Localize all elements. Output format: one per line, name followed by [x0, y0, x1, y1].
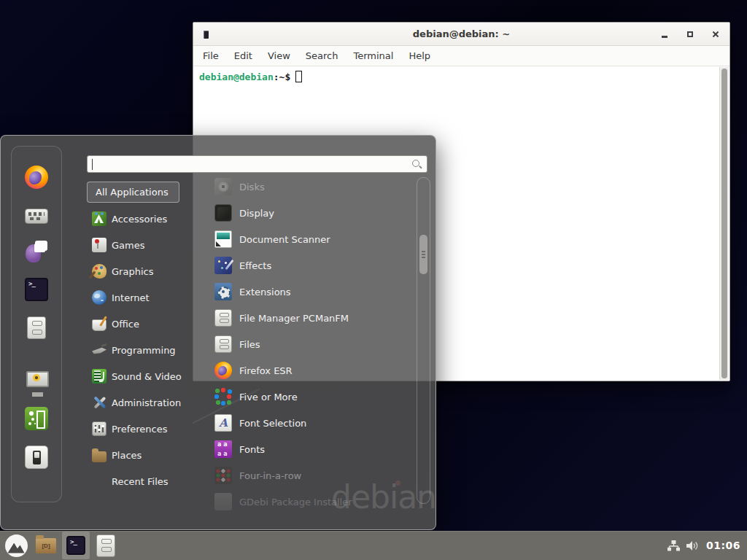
application-item[interactable]: GDebi Package Installer	[207, 489, 416, 515]
log-out-button[interactable]	[25, 407, 48, 430]
games-icon	[92, 238, 107, 252]
system-tray: 01:06	[667, 540, 747, 551]
application-item[interactable]: Disks	[207, 174, 416, 200]
terminal-menubar: FileEditViewSearchTerminalHelp	[193, 46, 729, 66]
programming-icon	[92, 343, 107, 357]
all-applications-button[interactable]: All Applications	[87, 182, 179, 203]
firefox-esr-icon	[214, 362, 232, 379]
app-list-scrollbar-thumb[interactable]	[419, 235, 427, 274]
application-item[interactable]: Four-in-a-row	[207, 462, 416, 489]
application-item[interactable]: Firefox ESR	[207, 357, 416, 384]
terminal-icon	[66, 536, 85, 555]
application-item[interactable]: Extensions	[207, 279, 416, 305]
category-item[interactable]: Internet	[87, 284, 205, 311]
menubar-item[interactable]: Edit	[234, 50, 252, 61]
application-item[interactable]: File Manager PCManFM	[207, 305, 416, 331]
volume-icon[interactable]	[686, 540, 700, 551]
document-scanner-icon	[214, 230, 232, 248]
category-item[interactable]: Preferences	[87, 416, 205, 442]
category-item[interactable]: Administration	[87, 389, 205, 416]
category-item[interactable]: Office	[87, 311, 205, 337]
extensions-icon	[214, 283, 232, 300]
search-input[interactable]	[88, 156, 427, 172]
application-item[interactable]: Five or More	[207, 384, 416, 410]
terminal-title: debian@debian: ~	[193, 28, 729, 39]
close-icon	[712, 31, 719, 38]
favorite-file-manager[interactable]	[27, 316, 46, 339]
fonts-icon	[214, 440, 232, 458]
gdebi-icon	[214, 493, 232, 510]
desktop: debian debian@debian: ~ FileEditViewSear…	[0, 0, 747, 560]
category-item[interactable]: Graphics	[87, 258, 205, 284]
session-buttons	[25, 368, 48, 469]
menubar-item[interactable]: Terminal	[353, 50, 393, 61]
search-box	[87, 155, 427, 173]
display-icon	[214, 204, 232, 222]
favorites-panel	[11, 146, 62, 502]
administration-icon	[92, 395, 107, 410]
menubar-item[interactable]: Help	[409, 50, 430, 61]
application-item[interactable]: Display	[207, 200, 416, 226]
menubar-item[interactable]: View	[268, 50, 290, 61]
application-menu: All Applications Accessories Games Graph…	[0, 135, 436, 530]
pidgin-icon	[25, 239, 48, 262]
application-item[interactable]: Files	[207, 331, 416, 357]
files-icon	[214, 335, 232, 353]
five-or-more-icon	[214, 388, 232, 405]
file-manager-pcmanfm-icon	[214, 309, 232, 327]
application-item[interactable]: Document Scanner	[207, 226, 416, 252]
terminal-titlebar[interactable]: debian@debian: ~	[193, 23, 729, 46]
minimize-icon	[662, 36, 667, 38]
disks-icon	[214, 178, 232, 195]
keyboard-icon	[25, 209, 48, 224]
category-item[interactable]: Sound & Video	[87, 363, 205, 389]
office-icon	[92, 319, 107, 331]
clock[interactable]: 01:06	[706, 540, 740, 551]
all-applications-label: All Applications	[96, 187, 169, 198]
shut-down-button[interactable]	[25, 446, 48, 469]
preferences-icon	[92, 421, 107, 436]
places-icon	[92, 451, 107, 462]
effects-icon	[214, 257, 232, 274]
favorite-keyboard[interactable]	[25, 204, 48, 224]
search-icon	[412, 160, 422, 169]
category-item[interactable]: Accessories	[87, 206, 205, 232]
terminal-icon	[25, 278, 48, 301]
application-item[interactable]: Fonts	[207, 436, 416, 462]
app-list-scrollbar[interactable]	[417, 177, 430, 504]
files-launcher[interactable]	[92, 532, 120, 559]
prompt-user-host: debian@debian	[199, 71, 274, 82]
maximize-icon	[687, 31, 693, 37]
minimize-button[interactable]	[659, 29, 670, 39]
favorite-pidgin[interactable]	[25, 239, 48, 262]
menubar-item[interactable]: Search	[306, 50, 338, 61]
sound-video-icon	[92, 369, 107, 384]
terminal-window-icon	[204, 31, 209, 39]
four-in-a-row-icon	[214, 467, 232, 484]
terminal-launcher[interactable]	[62, 532, 90, 559]
category-item[interactable]: Programming	[87, 337, 205, 363]
favorite-terminal[interactable]	[25, 278, 48, 301]
application-item[interactable]: Font Selection	[207, 410, 416, 436]
maximize-button[interactable]	[685, 29, 695, 39]
favorite-firefox[interactable]	[25, 166, 48, 189]
menu-icon	[5, 534, 28, 557]
application-item[interactable]: Effects	[207, 252, 416, 279]
text-caret	[92, 159, 93, 170]
file-cabinet-icon	[96, 534, 115, 557]
category-item[interactable]: Recent Files	[87, 468, 205, 494]
prompt-path: :~$	[274, 71, 290, 82]
terminal-prompt: debian@debian:~$	[199, 71, 724, 83]
close-button[interactable]	[711, 29, 721, 39]
terminal-scrollbar[interactable]	[719, 67, 729, 380]
menubar-item[interactable]: File	[203, 50, 219, 61]
menu-button[interactable]	[2, 532, 30, 559]
lock-screen-icon	[25, 368, 48, 392]
terminal-scrollbar-thumb[interactable]	[721, 69, 727, 378]
category-item[interactable]: Games	[87, 232, 205, 258]
lock-screen-button[interactable]	[25, 368, 48, 392]
category-item[interactable]: Places	[87, 442, 205, 468]
file-manager-launcher[interactable]	[32, 532, 60, 559]
firefox-icon	[25, 166, 48, 189]
network-icon[interactable]	[667, 540, 680, 551]
